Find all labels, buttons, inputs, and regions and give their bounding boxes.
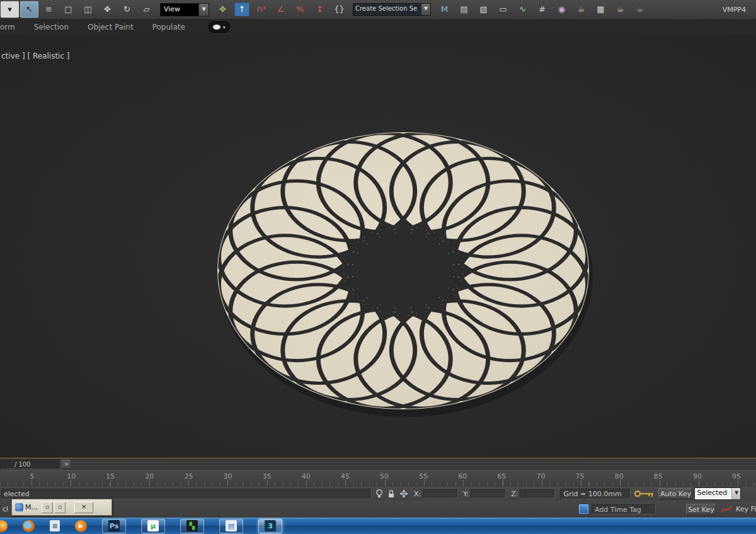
- 3dsmax-app-icon: 3: [265, 520, 276, 531]
- chevron-down-icon[interactable]: ▼: [198, 4, 209, 16]
- status-prompt-field: elected: [1, 489, 372, 499]
- taskbar-item-photoshop[interactable]: Ps: [102, 519, 126, 533]
- ruler-tick-label: 50: [365, 472, 404, 480]
- x-coordinate-field[interactable]: [423, 489, 458, 499]
- chevron-down-icon[interactable]: ▼: [421, 4, 430, 15]
- photoshop-icon: Ps: [108, 520, 120, 531]
- layer-manager-icon[interactable]: ▧: [474, 1, 493, 18]
- viewport-canvas[interactable]: [0, 35, 756, 458]
- mirror-icon[interactable]: M: [435, 1, 454, 18]
- time-tag-icon[interactable]: [578, 504, 589, 514]
- select-and-rotate-icon[interactable]: ↻: [118, 1, 136, 18]
- mini-window-title: M...: [25, 503, 38, 511]
- spinner-snap-icon[interactable]: ↕: [311, 1, 329, 18]
- rendered-frame-window-icon[interactable]: ▦: [592, 1, 610, 18]
- chevron-down-icon[interactable]: ▼: [731, 488, 740, 499]
- close-button[interactable]: ×: [74, 502, 93, 513]
- torus-pattern-object[interactable]: [217, 132, 593, 417]
- x-coordinate-label: X:: [414, 490, 421, 498]
- ruler-tick-label: 20: [130, 472, 169, 480]
- taskbar-item-calculator[interactable]: ▦: [50, 520, 60, 531]
- workstation-label: VMPP4: [723, 6, 746, 14]
- render-iterative-icon[interactable]: ☕: [631, 1, 649, 18]
- selection-lock-icon[interactable]: [387, 489, 396, 499]
- ruler-tick-label: 35: [248, 472, 287, 480]
- taskbar-item-firefox[interactable]: [23, 520, 35, 532]
- ribbon-tab-bar: orm Selection Object Paint Populate ▾: [0, 19, 756, 36]
- select-object-icon[interactable]: ↖: [20, 1, 38, 18]
- graphite-toggle-icon[interactable]: ▭: [494, 1, 512, 18]
- percent-snap-icon[interactable]: %: [291, 1, 309, 18]
- restore-button[interactable]: ▫: [42, 502, 53, 513]
- ruler-tick-label: 85: [639, 472, 678, 480]
- schematic-view-icon[interactable]: #: [533, 1, 551, 18]
- edit-named-selection-sets-icon[interactable]: {}: [330, 1, 348, 18]
- toolbar-group-render: M▤▧▭∿#◉☕▦☕☕: [435, 1, 650, 18]
- selection-set-combo[interactable]: Create Selection Se ▼: [353, 3, 431, 16]
- select-and-scale-icon[interactable]: ▱: [137, 1, 156, 18]
- time-slider-track[interactable]: [71, 459, 756, 469]
- y-coordinate-field[interactable]: [471, 489, 506, 499]
- keyboard-shortcut-override-icon[interactable]: ↑: [234, 3, 249, 16]
- absolute-mode-icon[interactable]: [399, 489, 409, 499]
- isolate-selection-icon[interactable]: [375, 489, 384, 499]
- ribbon-logo-icon: [213, 25, 220, 30]
- ruler-tick-label: 60: [443, 472, 482, 480]
- ribbon-options-button[interactable]: ▾: [209, 21, 230, 33]
- ruler-tick-label: 25: [169, 472, 208, 480]
- snaps-toggle-icon[interactable]: ∩³: [252, 1, 270, 18]
- align-icon[interactable]: ▤: [455, 1, 473, 18]
- maximize-button[interactable]: ▫: [54, 502, 66, 513]
- reference-coordinate-dropdown[interactable]: View ▼: [160, 3, 209, 16]
- taskbar-item-green-app[interactable]: ▚: [180, 519, 204, 533]
- ruler-tick-label: 55: [404, 472, 443, 480]
- taskbar-item-edge-app[interactable]: [0, 520, 8, 532]
- toolbar-group-select: ▾↖≡□◫✥↻▱: [0, 1, 156, 18]
- ruler-tick-label: 65: [482, 472, 521, 480]
- y-coordinate-label: Y:: [463, 490, 469, 498]
- taskbar-item-3dsmax-app[interactable]: 3: [258, 519, 282, 533]
- set-key-button[interactable]: Set Key: [686, 504, 716, 515]
- tab-populate[interactable]: Populate: [143, 23, 195, 31]
- curve-editor-icon[interactable]: ∿: [513, 1, 532, 18]
- app-window: ▾↖≡□◫✥↻▱ View ▼ ✥↑∩³∠%↕{} Create Selecti…: [0, 0, 756, 534]
- key-filters-button[interactable]: Key Fi: [736, 505, 756, 513]
- keyboard-app-icon: ▤: [226, 520, 237, 531]
- render-production-icon[interactable]: ☕: [611, 1, 629, 18]
- current-frame-field[interactable]: / 100: [0, 460, 60, 469]
- ruler-tick-label: 95: [717, 472, 756, 480]
- tab-object-paint[interactable]: Object Paint: [78, 23, 143, 31]
- tab-freeform[interactable]: orm: [0, 23, 25, 31]
- toolbar-group-snaps: ✥↑∩³∠%↕{}: [213, 1, 349, 18]
- taskbar-item-utorrent[interactable]: µ: [141, 519, 165, 533]
- ruler-tick-label: 15: [91, 472, 130, 480]
- angle-snap-icon[interactable]: ∠: [272, 1, 290, 18]
- grid-size-readout: Grid = 100.0mm: [560, 489, 631, 499]
- key-selection-dropdown[interactable]: Selected ▼: [694, 487, 741, 500]
- taskbar-item-keyboard-app[interactable]: ▤: [219, 519, 243, 533]
- auto-key-button[interactable]: Auto Key: [658, 488, 692, 499]
- ruler-tick-label: 80: [600, 472, 639, 480]
- ruler-tick-label: 90: [678, 472, 717, 480]
- selection-region-icon[interactable]: □: [59, 1, 77, 18]
- select-and-move-icon[interactable]: ✥: [98, 1, 117, 18]
- add-time-tag-field[interactable]: Add Time Tag: [592, 504, 656, 514]
- window-crossing-icon[interactable]: ◫: [79, 1, 97, 18]
- perspective-viewport[interactable]: ctive ] [ Realistic ]: [0, 35, 756, 458]
- z-coordinate-field[interactable]: [520, 489, 555, 499]
- tab-selection[interactable]: Selection: [25, 23, 78, 31]
- render-setup-icon[interactable]: ☕: [572, 1, 590, 18]
- material-editor-icon[interactable]: ◉: [553, 1, 571, 18]
- flyout-partial-icon[interactable]: ▾: [1, 1, 19, 18]
- select-and-manipulate-icon[interactable]: ✥: [214, 1, 232, 18]
- taskbar-item-media-player[interactable]: ▶: [75, 520, 87, 532]
- next-frame-button[interactable]: >: [62, 460, 71, 469]
- select-by-name-icon[interactable]: ≡: [40, 1, 58, 18]
- viewport-label[interactable]: ctive ] [ Realistic ]: [1, 52, 70, 60]
- set-key-mode-icon[interactable]: [719, 504, 733, 515]
- main-toolbar: ▾↖≡□◫✥↻▱ View ▼ ✥↑∩³∠%↕{} Create Selecti…: [0, 0, 756, 20]
- mini-window[interactable]: M... ▫ ▫ ×: [11, 499, 112, 516]
- ruler-tick-label: 40: [287, 472, 326, 480]
- time-slider-row: / 100 >: [0, 459, 756, 470]
- track-bar[interactable]: 5101520253035404550556065707580859095: [0, 470, 756, 487]
